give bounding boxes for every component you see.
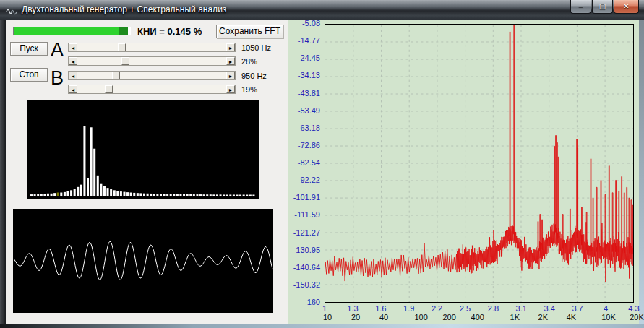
slider-left-arrow-icon[interactable]: ◄ <box>69 43 77 51</box>
slider-right-arrow-icon[interactable]: ► <box>226 72 235 79</box>
window-border-left <box>0 20 6 324</box>
app-icon <box>6 4 17 16</box>
x-tick-freq-label: 100 <box>407 313 436 321</box>
slider-right-arrow-icon[interactable]: ► <box>226 85 235 93</box>
mini-spectrum-display <box>27 100 259 199</box>
fft-plot <box>325 24 634 303</box>
y-tick-label: -101.91 <box>288 193 320 202</box>
x-tick-log-label: 1.9 <box>395 304 424 313</box>
x-tick-freq-label: 10K <box>594 313 623 321</box>
window-border-bottom <box>0 324 644 328</box>
channel-a-label: A <box>51 39 64 61</box>
progress-fill <box>14 27 119 35</box>
level-a-slider[interactable]: ◄ ► <box>68 56 236 66</box>
x-tick-log-label: 1.3 <box>338 304 367 313</box>
x-tick-freq-label: 20 <box>341 313 370 321</box>
x-tick-log-label: 2.2 <box>423 304 452 313</box>
slider-left-arrow-icon[interactable]: ◄ <box>69 57 77 65</box>
y-tick-label: -111.59 <box>288 210 320 219</box>
x-tick-freq-label: 10 <box>313 313 342 321</box>
x-tick-log-label: 1 <box>310 304 339 313</box>
x-tick-log-label: 3.7 <box>563 304 592 313</box>
freq-a-value: 1050 Hz <box>241 43 271 52</box>
y-tick-label: -121.27 <box>288 228 320 237</box>
spectrum-panel: -5.08-14.77-24.45-34.13-43.81-53.49-63.1… <box>288 20 639 324</box>
slider-thumb[interactable] <box>112 72 120 79</box>
x-tick-log-label: 3.4 <box>535 304 564 313</box>
stop-button[interactable]: Стоп <box>10 68 48 82</box>
x-tick-log-label: 4 <box>591 304 620 313</box>
x-tick-log-label: 1.6 <box>366 304 395 313</box>
minimize-button[interactable]: – <box>570 0 591 14</box>
waveform-display <box>13 209 273 313</box>
x-tick-log-label: 4.3 <box>619 304 644 313</box>
y-tick-label: -24.45 <box>288 53 320 62</box>
y-tick-label: -150.32 <box>288 280 320 289</box>
slider-thumb[interactable] <box>105 85 113 93</box>
x-tick-freq-label: 400 <box>463 313 492 321</box>
x-tick-log-label: 2.8 <box>478 304 507 313</box>
freq-b-value: 950 Hz <box>241 72 267 80</box>
level-a-value: 28% <box>241 57 257 66</box>
title-bar[interactable]: Двухтональный генератор + Спектральный а… <box>0 0 644 20</box>
x-tick-freq-label: 1K <box>500 313 529 321</box>
generator-panel: КНИ = 0.145 % Сохранить FFT Пуск Стоп A … <box>6 20 288 324</box>
slider-right-arrow-icon[interactable]: ► <box>226 43 235 51</box>
x-tick-freq-label: 200 <box>435 313 464 321</box>
y-tick-label: -130.95 <box>288 246 320 254</box>
slider-thumb[interactable] <box>118 43 126 51</box>
x-tick-freq-label: 2K <box>528 313 557 321</box>
slider-left-arrow-icon[interactable]: ◄ <box>69 72 77 79</box>
level-b-value: 19% <box>241 85 257 94</box>
slider-right-arrow-icon[interactable]: ► <box>226 57 235 65</box>
x-tick-freq-label: 4K <box>557 313 585 321</box>
thd-progress-bar <box>13 27 131 35</box>
app-window: Двухтональный генератор + Спектральный а… <box>0 0 644 328</box>
start-button[interactable]: Пуск <box>10 42 48 56</box>
x-tick-log-label: 3.1 <box>507 304 536 313</box>
save-fft-button[interactable]: Сохранить FFT <box>216 25 283 38</box>
level-b-slider[interactable]: ◄ ► <box>68 85 236 94</box>
y-tick-label: -82.54 <box>288 158 320 167</box>
y-tick-label: -43.81 <box>288 89 320 98</box>
window-border-right <box>639 20 644 324</box>
thd-value-label: КНИ = 0.145 % <box>137 26 202 37</box>
slider-thumb[interactable] <box>121 57 129 65</box>
close-button[interactable]: ✕ <box>614 0 639 14</box>
y-tick-label: -63.18 <box>288 124 320 132</box>
freq-b-slider[interactable]: ◄ ► <box>68 71 236 80</box>
x-tick-freq-label: 20K <box>622 313 644 321</box>
y-tick-label: -14.77 <box>288 36 320 45</box>
window-title: Двухтональный генератор + Спектральный а… <box>22 4 226 14</box>
y-tick-label: -92.22 <box>288 176 320 184</box>
slider-left-arrow-icon[interactable]: ◄ <box>69 85 77 93</box>
y-tick-label: -72.86 <box>288 141 320 150</box>
progress-tail <box>119 27 128 35</box>
y-tick-label: -34.13 <box>288 71 320 79</box>
x-tick-freq-label: 40 <box>369 313 398 321</box>
maximize-button[interactable]: ▢ <box>592 0 613 14</box>
x-tick-log-label: 2.5 <box>450 304 479 313</box>
y-tick-label: -53.49 <box>288 106 320 115</box>
y-tick-label: -5.08 <box>288 19 320 27</box>
channel-b-label: B <box>51 67 64 90</box>
freq-a-slider[interactable]: ◄ ► <box>68 43 236 52</box>
y-tick-label: -140.64 <box>288 263 320 272</box>
